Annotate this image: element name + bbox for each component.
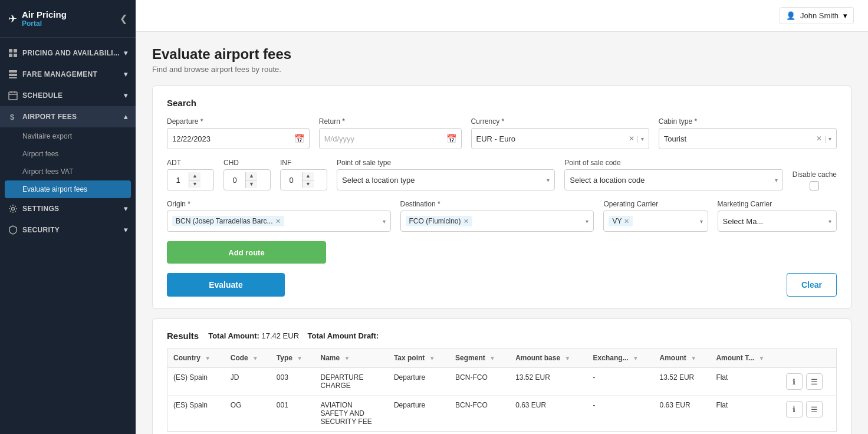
col-name: Name ▼ bbox=[315, 348, 388, 368]
clear-button[interactable]: Clear bbox=[787, 273, 837, 297]
cabin-type-clear-button[interactable]: ✕ bbox=[816, 134, 822, 143]
add-route-button[interactable]: Add route bbox=[167, 241, 326, 264]
form-row-actions: Evaluate Clear bbox=[167, 273, 837, 297]
cell-country: (ES) Spain bbox=[167, 396, 225, 432]
user-menu[interactable]: 👤 John Smith ▾ bbox=[780, 7, 854, 24]
departure-input-container: 📅 bbox=[167, 128, 310, 149]
sidebar: ✈ Air Pricing Portal ❮ PRICING AND AVAIL… bbox=[0, 0, 136, 434]
sidebar-item-security[interactable]: SECURITY ▾ bbox=[0, 219, 136, 241]
destination-tag: FCO (Fiumicino) ✕ bbox=[406, 216, 472, 226]
sidebar-sub-airport-fees-vat[interactable]: Airport fees VAT bbox=[0, 163, 136, 180]
inf-decrement-button[interactable]: ▼ bbox=[303, 180, 314, 188]
departure-input[interactable] bbox=[172, 129, 294, 149]
cell-exchange: - bbox=[587, 368, 654, 396]
pos-type-group: Point of sale type Select a location typ… bbox=[337, 159, 555, 190]
inf-group: INF ▲ ▼ bbox=[280, 159, 327, 190]
list-icon-row1[interactable]: ☰ bbox=[806, 373, 823, 390]
disable-cache-label: Disable cache bbox=[793, 170, 837, 179]
inf-increment-button[interactable]: ▲ bbox=[303, 172, 314, 180]
cell-actions: ℹ ☰ bbox=[780, 396, 837, 432]
destination-remove-button[interactable]: ✕ bbox=[463, 218, 469, 225]
cell-type: 001 bbox=[271, 396, 315, 432]
operating-carrier-chevron-icon[interactable]: ▾ bbox=[700, 218, 703, 225]
col-country: Country ▼ bbox=[167, 348, 225, 368]
inf-input[interactable] bbox=[281, 176, 302, 185]
svg-rect-2 bbox=[9, 54, 12, 57]
app-title: Air Pricing bbox=[22, 9, 67, 19]
info-icon-row2[interactable]: ℹ bbox=[786, 401, 803, 417]
name-filter-icon[interactable]: ▼ bbox=[344, 355, 350, 361]
main-content: 👤 John Smith ▾ Evaluate airport fees Fin… bbox=[136, 0, 868, 434]
pos-type-select-container: Select a location type ▾ bbox=[337, 169, 555, 190]
chevron-right-icon: ▾ bbox=[124, 70, 127, 78]
amount-base-filter-icon[interactable]: ▼ bbox=[564, 355, 570, 361]
svg-rect-0 bbox=[9, 49, 12, 52]
origin-remove-button[interactable]: ✕ bbox=[275, 218, 281, 225]
user-name: John Smith bbox=[800, 11, 839, 20]
adt-decrement-button[interactable]: ▼ bbox=[189, 180, 200, 188]
marketing-carrier-select[interactable]: Select Ma... bbox=[723, 217, 828, 226]
exchange-filter-icon[interactable]: ▼ bbox=[633, 355, 639, 361]
sidebar-item-settings[interactable]: SETTINGS ▾ bbox=[0, 198, 136, 219]
pos-type-label: Point of sale type bbox=[337, 159, 555, 167]
user-chevron-icon: ▾ bbox=[843, 11, 847, 20]
adt-increment-button[interactable]: ▲ bbox=[189, 172, 200, 180]
adt-input[interactable] bbox=[167, 176, 189, 185]
form-row-1: Departure * 📅 Return * 📅 Currency * bbox=[167, 117, 837, 149]
sidebar-item-airport-fees[interactable]: $ AIRPORT FEES ▴ bbox=[0, 106, 136, 127]
operating-carrier-remove-button[interactable]: ✕ bbox=[624, 218, 629, 225]
sidebar-sub-airport-fees[interactable]: Airport fees bbox=[0, 145, 136, 163]
sidebar-collapse-button[interactable]: ❮ bbox=[120, 13, 127, 24]
evaluate-button[interactable]: Evaluate bbox=[167, 273, 285, 297]
country-filter-icon[interactable]: ▼ bbox=[205, 355, 211, 361]
origin-chevron-icon[interactable]: ▾ bbox=[383, 218, 386, 225]
tax-point-filter-icon[interactable]: ▼ bbox=[429, 355, 435, 361]
pos-code-label: Point of sale code bbox=[564, 159, 782, 167]
amount-filter-icon[interactable]: ▼ bbox=[691, 355, 696, 361]
results-title: Results bbox=[167, 331, 199, 341]
info-icon-row1[interactable]: ℹ bbox=[786, 373, 803, 390]
sidebar-sub-evaluate-airport-fees[interactable]: Evaluate airport fees bbox=[5, 180, 131, 198]
disable-cache-group: Disable cache bbox=[793, 160, 837, 190]
segment-filter-icon[interactable]: ▼ bbox=[489, 355, 495, 361]
operating-carrier-tag: VY ✕ bbox=[609, 216, 633, 226]
calendar-return-icon[interactable]: 📅 bbox=[446, 134, 456, 143]
return-input[interactable] bbox=[324, 129, 446, 149]
type-filter-icon[interactable]: ▼ bbox=[297, 355, 303, 361]
search-card-title: Search bbox=[167, 98, 837, 108]
sidebar-logo: ✈ Air Pricing Portal bbox=[8, 9, 67, 28]
col-amount-base: Amount base ▼ bbox=[509, 348, 587, 368]
form-row-2: ADT ▲ ▼ CHD ▲ ▼ bbox=[167, 159, 837, 190]
chd-decrement-button[interactable]: ▼ bbox=[246, 180, 257, 188]
sidebar-item-airport-fees-label: AIRPORT FEES bbox=[22, 113, 77, 121]
disable-cache-checkbox[interactable] bbox=[810, 181, 819, 190]
sidebar-item-pricing[interactable]: PRICING AND AVAILABILI... ▾ bbox=[0, 42, 136, 64]
table-header: Country ▼ Code ▼ Type ▼ Name ▼ Tax point… bbox=[167, 348, 837, 368]
chd-increment-button[interactable]: ▲ bbox=[246, 172, 257, 180]
pos-code-select[interactable]: Select a location code bbox=[570, 176, 774, 185]
inf-stepper: ▲ ▼ bbox=[280, 169, 327, 190]
destination-tag-input: FCO (Fiumicino) ✕ ▾ bbox=[400, 211, 594, 232]
sidebar-sub-navitaire-export[interactable]: Navitaire export bbox=[0, 127, 136, 145]
sidebar-item-schedule[interactable]: SCHEDULE ▾ bbox=[0, 85, 136, 106]
col-actions bbox=[780, 348, 837, 368]
currency-clear-button[interactable]: ✕ bbox=[629, 134, 634, 143]
table-body: (ES) Spain JD 003 DEPARTURECHARGE Depart… bbox=[167, 368, 837, 432]
amount-t-filter-icon[interactable]: ▼ bbox=[758, 355, 764, 361]
sidebar-item-schedule-label: SCHEDULE bbox=[22, 91, 63, 100]
svg-rect-3 bbox=[14, 54, 17, 57]
results-table-wrapper: Country ▼ Code ▼ Type ▼ Name ▼ Tax point… bbox=[167, 348, 837, 432]
destination-chevron-icon[interactable]: ▾ bbox=[586, 218, 588, 225]
inf-label: INF bbox=[280, 159, 327, 167]
cell-exchange: - bbox=[587, 396, 654, 432]
adt-group: ADT ▲ ▼ bbox=[167, 159, 214, 190]
code-filter-icon[interactable]: ▼ bbox=[252, 355, 258, 361]
list-icon-row2[interactable]: ☰ bbox=[806, 401, 823, 417]
user-icon: 👤 bbox=[786, 11, 795, 20]
cabin-type-select[interactable]: Tourist bbox=[664, 134, 814, 143]
pos-type-select[interactable]: Select a location type bbox=[342, 176, 547, 185]
sidebar-item-fare[interactable]: FARE MANAGEMENT ▾ bbox=[0, 64, 136, 85]
calendar-input-icon[interactable]: 📅 bbox=[294, 134, 304, 143]
chd-input[interactable] bbox=[224, 176, 245, 185]
currency-select[interactable]: EUR - Euro bbox=[476, 134, 626, 143]
